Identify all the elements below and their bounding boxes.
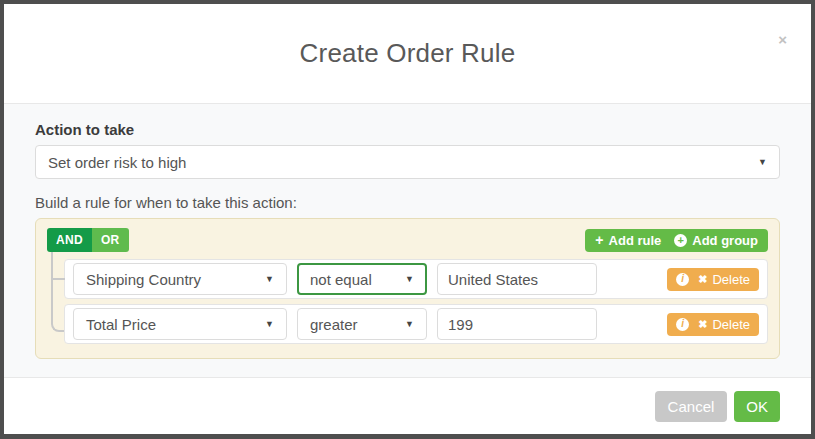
rule-row: Total Price ▼ greater ▼ i ✖ Delete (64, 304, 768, 344)
info-icon[interactable]: i (676, 318, 689, 331)
and-button[interactable]: AND (47, 228, 92, 252)
chevron-down-icon: ▼ (265, 274, 274, 284)
or-button[interactable]: OR (92, 228, 129, 252)
create-order-rule-modal: Create Order Rule × Action to take Set o… (4, 4, 811, 434)
add-buttons: + Add rule + Add group (585, 229, 768, 252)
modal-title: Create Order Rule (300, 38, 516, 69)
chevron-down-icon: ▼ (265, 319, 274, 329)
rule-value-input[interactable] (437, 308, 597, 340)
rule-field-select[interactable]: Shipping Country ▼ (73, 263, 287, 295)
delete-rule-button[interactable]: ✖ Delete (698, 272, 750, 287)
rule-operator-value: greater (310, 316, 358, 333)
rule-actions: i ✖ Delete (667, 268, 759, 291)
rules-group: AND OR + Add rule + Add group (35, 218, 780, 359)
close-icon[interactable]: × (778, 32, 787, 47)
chevron-down-icon: ▼ (758, 157, 767, 167)
delete-label: Delete (712, 317, 750, 332)
x-icon: ✖ (698, 273, 707, 286)
build-rule-intro-label: Build a rule for when to take this actio… (35, 194, 780, 211)
info-icon[interactable]: i (676, 273, 689, 286)
chevron-down-icon: ▼ (405, 274, 414, 284)
ok-button[interactable]: OK (734, 391, 780, 422)
action-to-take-label: Action to take (35, 121, 780, 138)
modal-body: Action to take Set order risk to high ▼ … (4, 104, 811, 377)
plus-icon: + (595, 233, 603, 247)
action-select[interactable]: Set order risk to high ▼ (35, 145, 780, 179)
modal-header: Create Order Rule × (4, 4, 811, 104)
cancel-button[interactable]: Cancel (655, 391, 728, 422)
rule-operator-select[interactable]: not equal ▼ (297, 263, 427, 295)
add-group-label: Add group (692, 233, 758, 248)
rules-group-header: AND OR + Add rule + Add group (47, 228, 768, 252)
tree-connector (51, 252, 64, 332)
rule-value-input[interactable] (437, 263, 597, 295)
x-icon: ✖ (698, 318, 707, 331)
action-select-value: Set order risk to high (48, 154, 186, 171)
condition-toggle: AND OR (47, 228, 129, 252)
rule-actions: i ✖ Delete (667, 313, 759, 336)
rule-field-value: Total Price (86, 316, 156, 333)
rule-operator-select[interactable]: greater ▼ (297, 308, 427, 340)
modal-footer: Cancel OK (4, 377, 811, 434)
rule-field-select[interactable]: Total Price ▼ (73, 308, 287, 340)
rule-field-value: Shipping Country (86, 271, 201, 288)
add-rule-button[interactable]: + Add rule (595, 233, 661, 248)
rules-list: Shipping Country ▼ not equal ▼ i ✖ Delet… (47, 259, 768, 344)
rule-row: Shipping Country ▼ not equal ▼ i ✖ Delet… (64, 259, 768, 299)
circle-plus-icon: + (674, 234, 687, 247)
delete-label: Delete (712, 272, 750, 287)
delete-rule-button[interactable]: ✖ Delete (698, 317, 750, 332)
chevron-down-icon: ▼ (405, 319, 414, 329)
add-rule-label: Add rule (609, 233, 662, 248)
rule-operator-value: not equal (310, 271, 372, 288)
add-group-button[interactable]: + Add group (674, 233, 758, 248)
